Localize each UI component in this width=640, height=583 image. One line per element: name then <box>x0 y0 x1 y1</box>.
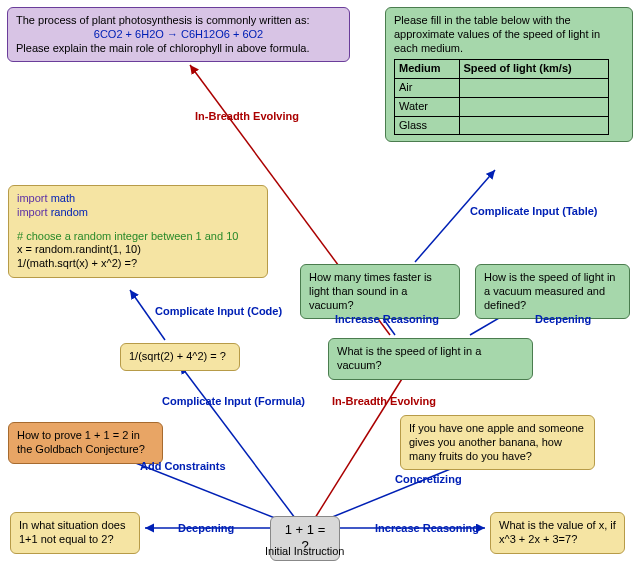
root-caption: Initial Instruction <box>265 545 344 557</box>
node-fruit: If you have one apple and someone gives … <box>400 415 595 470</box>
table-cell <box>459 97 609 116</box>
edge-comp-table: Complicate Input (Table) <box>470 205 598 217</box>
table-cell: Glass <box>395 116 460 135</box>
table-cell: Air <box>395 79 460 98</box>
code-line: 1/(math.sqrt(x) + x^2) =? <box>17 257 259 271</box>
text-line: The process of plant photosynthesis is c… <box>16 14 341 28</box>
speed-table: MediumSpeed of light (km/s) Air Water Gl… <box>394 59 609 135</box>
node-situation: In what situation does 1+1 not equal to … <box>10 512 140 554</box>
node-defined: How is the speed of light in a vacuum me… <box>475 264 630 319</box>
edge-comp-code: Complicate Input (Code) <box>155 305 282 317</box>
edge-concret: Concretizing <box>395 473 462 485</box>
edge-inc-reason-2: Increase Reasoning <box>375 522 479 534</box>
table-header: Speed of light (km/s) <box>459 60 609 79</box>
mod: random <box>51 206 88 218</box>
table-cell: Water <box>395 97 460 116</box>
edge-breadth-2: In-Breadth Evolving <box>332 395 436 407</box>
text-line: Please fill in the table below with the … <box>394 14 624 55</box>
node-table-prompt: Please fill in the table below with the … <box>385 7 633 142</box>
edge-add-con: Add Constraints <box>140 460 226 472</box>
text-line: Please explain the main role of chloroph… <box>16 42 341 56</box>
table-cell <box>459 116 609 135</box>
edge-breadth-1: In-Breadth Evolving <box>195 110 299 122</box>
table-cell <box>459 79 609 98</box>
chem-formula: 6CO2 + 6H2O → C6H12O6 + 6O2 <box>16 28 341 42</box>
node-formula: 1/(sqrt(2) + 4^2) = ? <box>120 343 240 371</box>
node-goldbach: How to prove 1 + 1 = 2 in the Goldbach C… <box>8 422 163 464</box>
node-cubic: What is the value of x, if x^3 + 2x + 3=… <box>490 512 625 554</box>
kw: import <box>17 192 48 204</box>
table-header: Medium <box>395 60 460 79</box>
node-photosynthesis: The process of plant photosynthesis is c… <box>7 7 350 62</box>
kw: import <box>17 206 48 218</box>
edge-deep-2: Deepening <box>178 522 234 534</box>
edge-deep-1: Deepening <box>535 313 591 325</box>
svg-line-2 <box>180 365 295 518</box>
node-speed: What is the speed of light in a vacuum? <box>328 338 533 380</box>
comment: # choose a random integer between 1 and … <box>17 230 259 244</box>
code-line: x = random.randint(1, 10) <box>17 243 259 257</box>
node-code: import math import random # choose a ran… <box>8 185 268 278</box>
edge-inc-reason-1: Increase Reasoning <box>335 313 439 325</box>
node-faster: How many times faster is light than soun… <box>300 264 460 319</box>
edge-comp-formula: Complicate Input (Formula) <box>162 395 305 407</box>
mod: math <box>51 192 75 204</box>
